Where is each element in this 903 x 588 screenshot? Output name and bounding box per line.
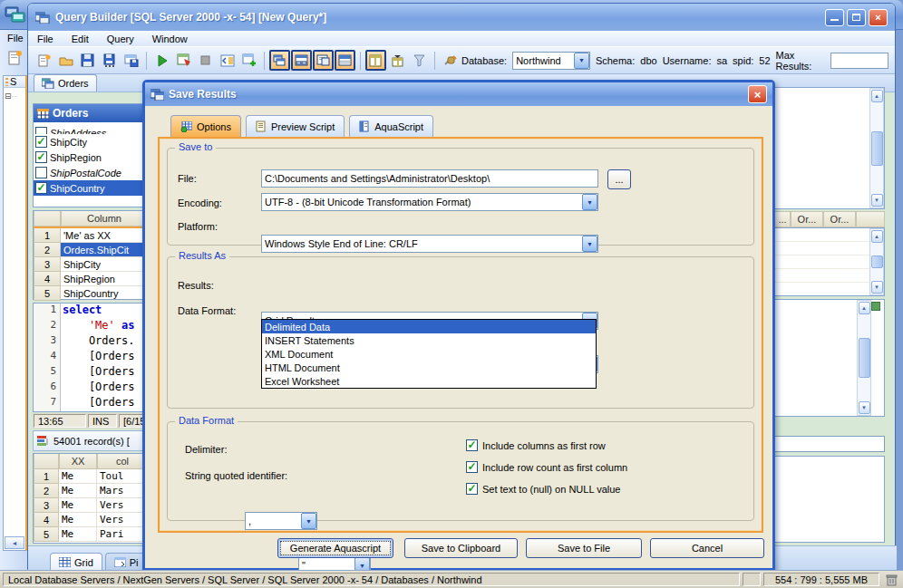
menu-edit[interactable]: Edit [63, 31, 98, 46]
servers-scroll-left-button[interactable]: ◄ [5, 536, 24, 549]
dialog-titlebar[interactable]: Save Results × [145, 82, 772, 106]
doc-tab-orders[interactable]: Orders [34, 74, 97, 92]
dropdown-option-excel-worksheet[interactable]: Excel Worksheet [262, 374, 596, 388]
include-row-count-option[interactable]: ✓ Include row count as first column [466, 461, 627, 473]
column-row-shipcountry[interactable]: ✓ ShipCountry [34, 180, 148, 196]
shippostalcode-checkbox[interactable] [35, 167, 47, 178]
colgrid-row[interactable]: 4ShipRegion [34, 272, 148, 286]
execute-icon[interactable] [151, 50, 172, 71]
colgrid-row-selected[interactable]: 2Orders.ShipCit [34, 243, 148, 257]
save-icon[interactable] [77, 50, 98, 71]
encoding-combo-arrow-icon[interactable]: ▼ [582, 194, 597, 210]
max-results-input[interactable] [830, 53, 888, 69]
cancel-button[interactable]: Cancel [650, 538, 764, 558]
results-row[interactable]: 1MeToul [34, 469, 148, 484]
delimiter-combo[interactable]: , ▼ [245, 512, 317, 530]
tab-grid[interactable]: Grid [50, 553, 102, 571]
results-export-icon[interactable] [36, 435, 50, 448]
dropdown-option-html-document[interactable]: HTML Document [262, 361, 596, 374]
menu-window[interactable]: Window [143, 31, 197, 46]
platform-combo-arrow-icon[interactable]: ▼ [582, 236, 597, 252]
servers-panel-header[interactable]: S [4, 76, 25, 88]
results-row[interactable]: 5MePari [34, 527, 148, 542]
splitter-green-dot[interactable] [871, 302, 880, 311]
maximize-button[interactable] [847, 9, 866, 26]
stop-icon[interactable] [195, 50, 216, 71]
shipaddress-checkbox[interactable] [35, 127, 47, 134]
new-query-icon[interactable] [34, 50, 54, 71]
layout-split-toggle[interactable] [291, 50, 312, 71]
browse-button[interactable]: ... [607, 169, 631, 189]
save-to-clipboard-button[interactable]: Save to Clipboard [404, 538, 518, 558]
column-row-shipaddress[interactable]: ShipAddress [34, 122, 148, 134]
shipregion-checkbox[interactable]: ✓ [35, 151, 47, 163]
table-down-icon[interactable] [387, 50, 408, 71]
qb-toolbar: Database: Northwind ▼ Schema: dbo Userna… [28, 46, 895, 74]
garbage-collect-icon[interactable] [882, 574, 900, 586]
results-row[interactable]: 2MeMars [34, 484, 148, 498]
outer-menu-file[interactable]: File [7, 33, 24, 43]
layout-cascade-toggle[interactable] [269, 50, 290, 71]
filter-icon[interactable] [409, 50, 430, 71]
right-input-bar[interactable] [774, 436, 885, 452]
layout-script-toggle[interactable] [313, 50, 334, 71]
right-grid-scrollbar[interactable]: ▲▼ [869, 228, 884, 295]
layout-grid-toggle[interactable] [335, 50, 355, 71]
save-to-file-button[interactable]: Save to File [526, 538, 642, 558]
save-results-icon[interactable] [121, 50, 141, 71]
include-row-count-checkbox[interactable]: ✓ [466, 461, 478, 473]
orders-table-titlebar[interactable]: Orders [34, 104, 148, 122]
include-columns-option[interactable]: ✓ Include columns as first row [466, 439, 606, 451]
column-row-shipregion[interactable]: ✓ ShipRegion [34, 149, 148, 165]
column-row-shipcity[interactable]: ✓ ShipCity [34, 134, 148, 149]
database-combo-arrow-icon[interactable]: ▼ [574, 53, 589, 69]
script-window-icon[interactable] [217, 50, 238, 71]
shipcountry-checkbox[interactable]: ✓ [35, 182, 47, 194]
column-row-shippostalcode[interactable]: ShipPostalCode [34, 165, 148, 180]
results-col-2[interactable]: col [97, 454, 148, 469]
tree-collapse-icon[interactable]: ⊟ [5, 92, 12, 101]
results-row[interactable]: 3MeVers [34, 498, 148, 513]
menu-query[interactable]: Query [98, 31, 143, 46]
execute-edit-icon[interactable] [173, 50, 194, 71]
colgrid-header[interactable]: Column [61, 211, 148, 227]
results-row[interactable]: 4MeVers [34, 513, 148, 527]
outer-new-icon[interactable] [6, 50, 23, 66]
file-path-input[interactable]: C:\Documents and Settings\Administrator\… [261, 169, 598, 188]
qb-titlebar[interactable]: Query Builder [SQL Server 2000 -x- 54] [… [28, 4, 895, 31]
colgrid-row[interactable]: 1'Me' as XX [34, 228, 148, 243]
right-col-or1[interactable]: Or... [791, 211, 823, 227]
tab-options[interactable]: Options [170, 115, 241, 137]
colgrid-row[interactable]: 3ShipCity [34, 257, 148, 272]
tab-aquascript[interactable]: AquaScript [349, 115, 433, 137]
database-combo[interactable]: Northwind ▼ [512, 52, 590, 70]
connection-icon[interactable] [440, 50, 461, 71]
colgrid-row[interactable]: 5ShipCountry [34, 286, 148, 301]
dialog-close-button[interactable]: × [748, 85, 767, 103]
shipcity-checkbox[interactable]: ✓ [35, 136, 47, 148]
results-col-xx[interactable]: XX [59, 454, 97, 469]
dropdown-option-delimited-data[interactable]: Delimited Data [262, 320, 596, 333]
right-lower-scrollbar[interactable]: ▲▼ [857, 300, 871, 416]
menu-file[interactable]: File [28, 31, 63, 46]
save-as-icon[interactable] [99, 50, 120, 71]
tab-preview-script[interactable]: Preview Script [246, 115, 345, 137]
encoding-combo[interactable]: UTF-8 - (8-bit Unicode Transformation Fo… [261, 193, 598, 211]
generate-aquascript-button[interactable]: Generate Aquascript [277, 538, 393, 558]
delimiter-combo-arrow-icon[interactable]: ▼ [301, 513, 316, 529]
dropdown-option-insert-statements[interactable]: INSERT Statements [262, 333, 596, 347]
close-button[interactable]: × [869, 9, 888, 26]
include-columns-checkbox[interactable]: ✓ [466, 439, 478, 451]
open-icon[interactable] [55, 50, 76, 71]
minimize-button[interactable] [825, 9, 844, 26]
dropdown-option-xml-document[interactable]: XML Document [262, 347, 596, 361]
table-data-toggle[interactable] [365, 50, 386, 71]
sql-editor[interactable]: 1234567 select 'Me' as Orders. [Orders [… [33, 303, 149, 412]
right-detail-scrollbar[interactable]: ▲▼ [869, 88, 884, 208]
platform-combo[interactable]: Windows Style End of Line: CR/LF ▼ [261, 235, 598, 253]
null-text-checkbox[interactable]: ✓ [466, 483, 478, 495]
right-col-or2[interactable]: Or... [823, 211, 856, 227]
add-table-icon[interactable] [238, 50, 259, 71]
tab-pivot[interactable]: Pi [105, 553, 148, 571]
null-text-option[interactable]: ✓ Set text to (null) on NULL value [466, 483, 620, 495]
